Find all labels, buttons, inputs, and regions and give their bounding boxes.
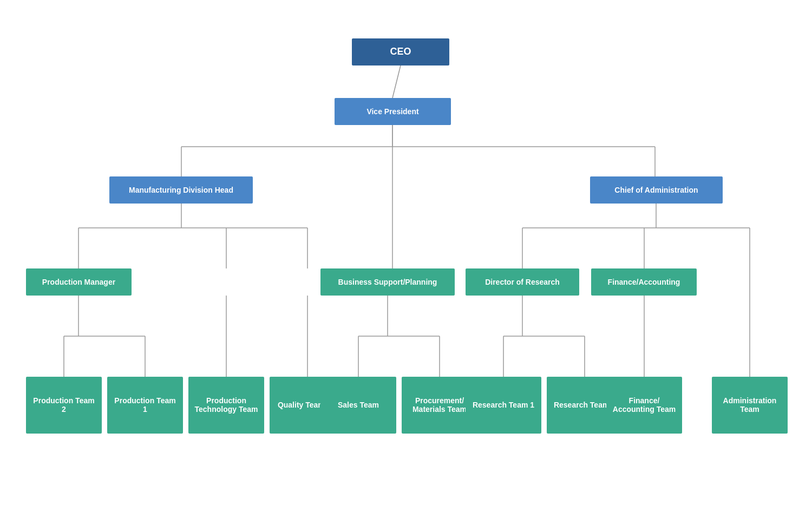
org-chart: CEO Vice President Manufacturing Divisio… [11,22,801,509]
vp-node: Vice President [335,98,451,125]
svg-line-0 [392,65,401,98]
prod-team2-node: Production Team 2 [26,377,102,434]
prod-team1-node: Production Team 1 [107,377,183,434]
sales-node: Sales Team [320,377,396,434]
research1-node: Research Team 1 [466,377,541,434]
connectors [11,22,801,509]
prod-tech-node: Production Technology Team [188,377,264,434]
admin-team-node: Administration Team [712,377,788,434]
fin-team-node: Finance/ Accounting Team [606,377,682,434]
ceo-node: CEO [352,38,449,65]
admin-chief-node: Chief of Administration [590,176,723,204]
dir-research-node: Director of Research [466,268,579,296]
finance-acct-node: Finance/Accounting [591,268,697,296]
biz-support-node: Business Support/Planning [320,268,455,296]
mfg-node: Manufacturing Division Head [109,176,253,204]
prod-mgr-node: Production Manager [26,268,132,296]
